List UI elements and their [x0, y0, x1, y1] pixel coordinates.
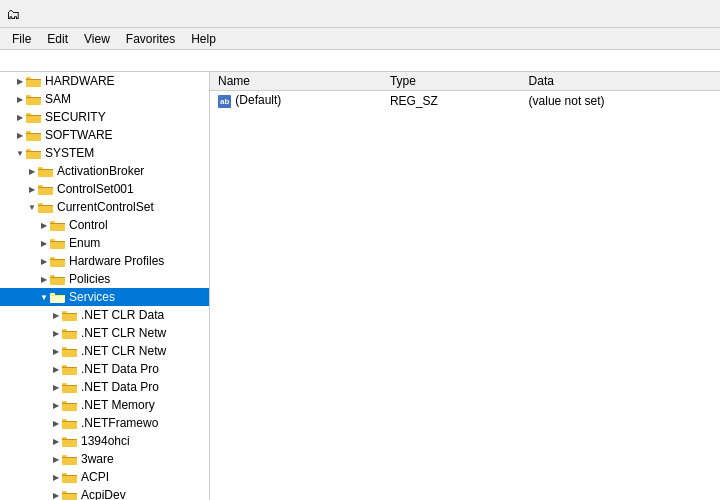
- node-label-currentcontrolset: CurrentControlSet: [57, 200, 154, 214]
- svg-rect-29: [50, 241, 65, 242]
- tree-node-security[interactable]: ▶ SECURITY: [0, 108, 209, 126]
- svg-rect-26: [50, 223, 65, 224]
- expand-arrow-sam: ▶: [14, 95, 26, 104]
- expand-arrow-netclrnetw: ▶: [50, 329, 62, 338]
- tree-node-netclrnetw2[interactable]: ▶ .NET CLR Netw: [0, 342, 209, 360]
- folder-icon-netdatapro: [62, 362, 78, 376]
- svg-rect-48: [62, 367, 77, 375]
- tree-node-hardware[interactable]: ▶ HARDWARE: [0, 72, 209, 90]
- svg-rect-5: [26, 97, 41, 98]
- tree-node-netclrnetw[interactable]: ▶ .NET CLR Netw: [0, 324, 209, 342]
- folder-icon-netdatapro2: [62, 380, 78, 394]
- tree-node-currentcontrolset[interactable]: ▼ CurrentControlSet: [0, 198, 209, 216]
- svg-rect-59: [62, 421, 77, 422]
- app-icon: 🗂: [6, 6, 20, 22]
- folder-icon-system: [26, 146, 42, 160]
- col-name: Name: [210, 72, 382, 91]
- tree-node-hardwareprofiles[interactable]: ▶ Hardware Profiles: [0, 252, 209, 270]
- svg-rect-18: [38, 187, 53, 195]
- svg-rect-6: [26, 115, 41, 123]
- title-bar: 🗂: [0, 0, 720, 28]
- node-label-sam: SAM: [45, 92, 71, 106]
- expand-arrow-hardwareprofiles: ▶: [38, 257, 50, 266]
- expand-arrow-currentcontrolset: ▼: [26, 203, 38, 212]
- tree-node-control[interactable]: ▶ Control: [0, 216, 209, 234]
- svg-rect-35: [50, 277, 65, 278]
- folder-icon-controlset001: [38, 182, 54, 196]
- svg-rect-14: [26, 151, 41, 152]
- tree-node-software[interactable]: ▶ SOFTWARE: [0, 126, 209, 144]
- folder-icon-hardwareprofiles: [50, 254, 66, 268]
- expand-arrow-hardware: ▶: [14, 77, 26, 86]
- tree-node-netmemory[interactable]: ▶ .NET Memory: [0, 396, 209, 414]
- expand-arrow-netmemory: ▶: [50, 401, 62, 410]
- node-label-control: Control: [69, 218, 108, 232]
- folder-icon-software: [26, 128, 42, 142]
- menu-item-favorites[interactable]: Favorites: [118, 30, 183, 48]
- tree-node-sam[interactable]: ▶ SAM: [0, 90, 209, 108]
- expand-arrow-acpidev: ▶: [50, 491, 62, 500]
- expand-arrow-netclrdata: ▶: [50, 311, 62, 320]
- node-label-acpi: ACPI: [81, 470, 109, 484]
- address-bar: [0, 50, 720, 72]
- menu-item-help[interactable]: Help: [183, 30, 224, 48]
- menu-item-file[interactable]: File: [4, 30, 39, 48]
- detail-panel[interactable]: Name Type Data ab(Default)REG_SZ(value n…: [210, 72, 720, 500]
- detail-table: Name Type Data ab(Default)REG_SZ(value n…: [210, 72, 720, 110]
- node-label-n3ware: 3ware: [81, 452, 114, 466]
- folder-icon-hardware: [26, 74, 42, 88]
- svg-rect-53: [62, 385, 77, 386]
- svg-rect-56: [62, 403, 77, 404]
- node-label-security: SECURITY: [45, 110, 106, 124]
- folder-icon-currentcontrolset: [38, 200, 54, 214]
- svg-rect-36: [50, 295, 65, 303]
- node-label-hardware: HARDWARE: [45, 74, 115, 88]
- node-label-netclrnetw2: .NET CLR Netw: [81, 344, 166, 358]
- col-type: Type: [382, 72, 521, 91]
- menu-item-edit[interactable]: Edit: [39, 30, 76, 48]
- col-data: Data: [521, 72, 720, 91]
- folder-icon-n3ware: [62, 452, 78, 466]
- tree-node-policies[interactable]: ▶ Policies: [0, 270, 209, 288]
- svg-rect-38: [50, 295, 65, 296]
- expand-arrow-acpi: ▶: [50, 473, 62, 482]
- tree-node-n1394ohci[interactable]: ▶ 1394ohci: [0, 432, 209, 450]
- svg-rect-21: [38, 205, 53, 213]
- tree-node-services[interactable]: ▼ Services: [0, 288, 209, 306]
- node-label-netframework: .NETFramewo: [81, 416, 158, 430]
- tree-node-netdatapro[interactable]: ▶ .NET Data Pro: [0, 360, 209, 378]
- node-label-netclrdata: .NET CLR Data: [81, 308, 164, 322]
- menu-item-view[interactable]: View: [76, 30, 118, 48]
- tree-node-acpidev[interactable]: ▶ AcpiDev: [0, 486, 209, 500]
- folder-icon-acpi: [62, 470, 78, 484]
- expand-arrow-netdatapro2: ▶: [50, 383, 62, 392]
- svg-rect-30: [50, 259, 65, 267]
- cell-type: REG_SZ: [382, 91, 521, 111]
- tree-node-netdatapro2[interactable]: ▶ .NET Data Pro: [0, 378, 209, 396]
- tree-node-system[interactable]: ▼ SYSTEM: [0, 144, 209, 162]
- tree-node-acpi[interactable]: ▶ ACPI: [0, 468, 209, 486]
- table-row[interactable]: ab(Default)REG_SZ(value not set): [210, 91, 720, 111]
- svg-rect-12: [26, 151, 41, 159]
- folder-icon-n1394ohci: [62, 434, 78, 448]
- expand-arrow-netclrnetw2: ▶: [50, 347, 62, 356]
- folder-icon-enum: [50, 236, 66, 250]
- tree-panel[interactable]: ▶ HARDWARE▶ SAM▶ SECURITY▶ SOFTWARE▼ SYS…: [0, 72, 210, 500]
- tree-node-n3ware[interactable]: ▶ 3ware: [0, 450, 209, 468]
- folder-icon-sam: [26, 92, 42, 106]
- svg-rect-20: [38, 187, 53, 188]
- expand-arrow-n1394ohci: ▶: [50, 437, 62, 446]
- main-content: ▶ HARDWARE▶ SAM▶ SECURITY▶ SOFTWARE▼ SYS…: [0, 72, 720, 500]
- svg-rect-24: [50, 223, 65, 231]
- tree-node-netframework[interactable]: ▶ .NETFramewo: [0, 414, 209, 432]
- tree-node-controlset001[interactable]: ▶ ControlSet001: [0, 180, 209, 198]
- tree-node-activationbroker[interactable]: ▶ ActivationBroker: [0, 162, 209, 180]
- expand-arrow-n3ware: ▶: [50, 455, 62, 464]
- tree-node-netclrdata[interactable]: ▶ .NET CLR Data: [0, 306, 209, 324]
- svg-rect-0: [26, 79, 41, 87]
- tree-node-enum[interactable]: ▶ Enum: [0, 234, 209, 252]
- svg-rect-63: [62, 457, 77, 465]
- folder-icon-activationbroker: [38, 164, 54, 178]
- svg-rect-2: [26, 79, 41, 80]
- expand-arrow-software: ▶: [14, 131, 26, 140]
